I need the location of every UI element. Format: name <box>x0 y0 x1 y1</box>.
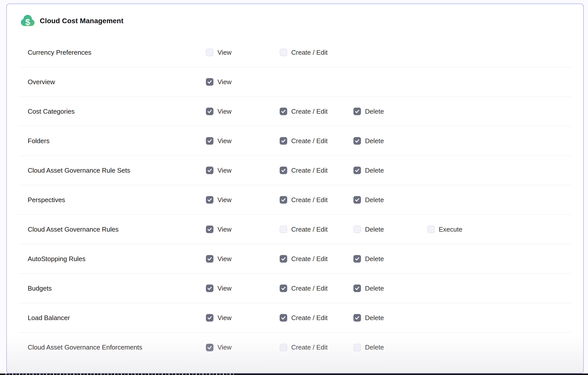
permission-label[interactable]: View <box>217 167 232 174</box>
permission-label[interactable]: Create / Edit <box>291 137 328 145</box>
permission-option: Create / Edit <box>280 314 353 322</box>
checkmark-icon <box>207 315 212 321</box>
permission-checkbox[interactable] <box>206 344 213 351</box>
permissions-table: Currency Preferences View Create / Edit … <box>18 38 572 362</box>
checkmark-icon <box>281 286 286 291</box>
permission-label[interactable]: Create / Edit <box>291 314 328 322</box>
permission-label[interactable]: Create / Edit <box>291 196 328 204</box>
checkmark-icon <box>207 197 212 203</box>
permission-label[interactable]: View <box>217 285 232 292</box>
permission-option: View <box>206 167 280 174</box>
table-row: Folders View Create / Edit Delete <box>18 126 572 156</box>
checkmark-icon <box>207 168 212 173</box>
permission-checkbox[interactable] <box>353 196 361 204</box>
permission-checkbox[interactable] <box>206 255 213 263</box>
permission-label[interactable]: Delete <box>365 285 384 292</box>
permission-checkbox[interactable] <box>280 137 287 145</box>
table-row: Currency Preferences View Create / Edit <box>18 38 572 67</box>
checkmark-icon <box>207 256 212 262</box>
permission-label[interactable]: Delete <box>365 255 384 263</box>
permission-label[interactable]: Create / Edit <box>291 255 328 263</box>
permission-option: Execute <box>427 226 572 233</box>
resource-label: Folders <box>18 137 206 145</box>
permission-checkbox[interactable] <box>353 137 361 145</box>
permission-label[interactable]: Create / Edit <box>291 285 328 292</box>
permission-checkbox[interactable] <box>280 285 287 292</box>
permission-checkbox[interactable] <box>280 167 287 174</box>
permission-checkbox[interactable] <box>280 49 287 56</box>
permission-label[interactable]: Delete <box>365 314 384 322</box>
checkmark-icon <box>207 109 212 114</box>
resource-label: Cost Categories <box>18 108 206 115</box>
permission-label[interactable]: View <box>217 226 232 233</box>
permission-option: Create / Edit <box>280 285 353 292</box>
permission-label[interactable]: Execute <box>439 226 462 233</box>
permission-checkbox[interactable] <box>280 255 287 263</box>
permission-option: Create / Edit <box>280 255 353 263</box>
permission-checkbox[interactable] <box>353 167 361 174</box>
permission-label[interactable]: View <box>217 343 232 351</box>
checkmark-icon <box>281 168 286 173</box>
permission-checkbox[interactable] <box>206 108 213 115</box>
table-row: Cost Categories View Create / Edit Delet… <box>18 97 572 126</box>
permission-option: Delete <box>353 196 427 204</box>
permission-checkbox[interactable] <box>206 167 213 174</box>
permission-label[interactable]: Create / Edit <box>291 108 328 115</box>
permission-label[interactable]: Delete <box>365 196 384 204</box>
checkmark-icon <box>354 109 360 114</box>
permission-checkbox[interactable] <box>280 226 287 233</box>
permission-checkbox[interactable] <box>206 78 213 86</box>
permission-checkbox[interactable] <box>206 285 213 292</box>
resource-label: Cloud Asset Governance Enforcements <box>18 343 206 351</box>
permission-label[interactable]: Delete <box>365 343 384 351</box>
permission-checkbox[interactable] <box>280 196 287 204</box>
permission-label[interactable]: Delete <box>365 108 384 115</box>
table-row: Load Balancer View Create / Edit Delete <box>18 303 572 333</box>
permission-option: Delete <box>353 255 427 263</box>
permission-checkbox[interactable] <box>206 196 213 204</box>
permission-label[interactable]: Create / Edit <box>291 49 328 56</box>
permission-label[interactable]: View <box>217 196 232 204</box>
permission-label[interactable]: Create / Edit <box>291 226 328 233</box>
checkmark-icon <box>207 286 212 291</box>
permission-checkbox[interactable] <box>280 108 287 115</box>
permission-checkbox[interactable] <box>206 137 213 145</box>
permission-label[interactable]: Create / Edit <box>291 343 328 351</box>
permission-label[interactable]: View <box>217 108 232 115</box>
permission-checkbox[interactable] <box>353 285 361 292</box>
permission-option: Delete <box>353 343 427 351</box>
resource-label: AutoStopping Rules <box>18 255 206 263</box>
permission-checkbox[interactable] <box>206 226 213 233</box>
permission-checkbox[interactable] <box>353 344 361 351</box>
checkmark-icon <box>207 345 212 350</box>
permission-label[interactable]: Delete <box>365 137 384 145</box>
permission-option: View <box>206 137 280 145</box>
permission-checkbox[interactable] <box>353 255 361 263</box>
permission-label[interactable]: Create / Edit <box>291 167 328 174</box>
permission-option: Delete <box>353 314 427 322</box>
permission-label[interactable]: Delete <box>365 226 384 233</box>
permission-label[interactable]: Delete <box>365 167 384 174</box>
permission-label[interactable]: View <box>217 137 232 145</box>
permission-label[interactable]: View <box>217 49 232 56</box>
permission-option: View <box>206 285 280 292</box>
permission-label[interactable]: View <box>217 314 232 322</box>
resource-label: Budgets <box>18 285 206 292</box>
table-row: Perspectives View Create / Edit Delete <box>18 185 572 215</box>
permission-checkbox[interactable] <box>280 344 287 351</box>
permission-checkbox[interactable] <box>206 314 213 322</box>
permission-checkbox[interactable] <box>280 314 287 322</box>
permission-option: Delete <box>353 108 427 115</box>
permission-checkbox[interactable] <box>206 49 213 56</box>
permission-label[interactable]: View <box>217 255 232 263</box>
permission-checkbox[interactable] <box>353 108 361 115</box>
checkmark-icon <box>281 256 286 262</box>
permission-option: Delete <box>353 137 427 145</box>
permission-option: Delete <box>353 285 427 292</box>
permission-checkbox[interactable] <box>353 314 361 322</box>
permission-checkbox[interactable] <box>427 226 435 233</box>
cutoff-banner <box>0 373 588 375</box>
resource-label: Cloud Asset Governance Rule Sets <box>18 167 206 174</box>
permission-label[interactable]: View <box>217 78 232 86</box>
permission-checkbox[interactable] <box>353 226 361 233</box>
